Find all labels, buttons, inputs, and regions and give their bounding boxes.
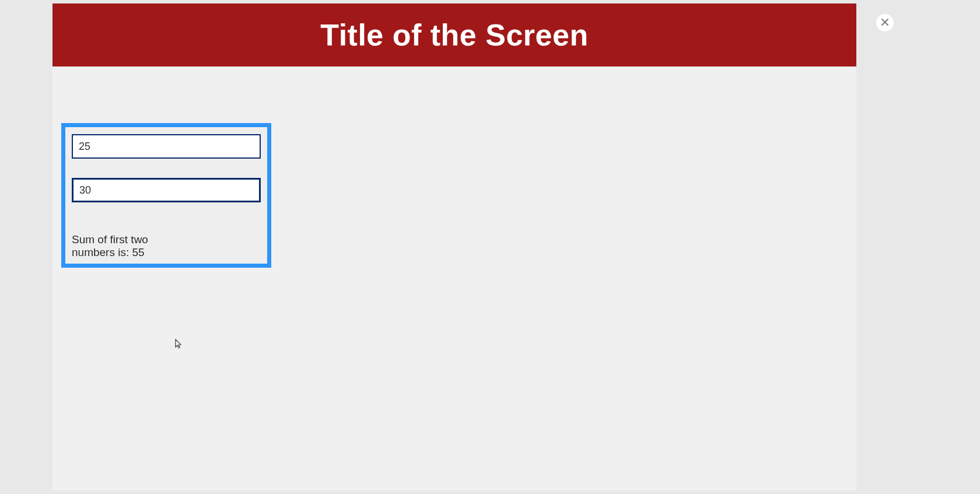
sum-result-text: Sum of first two numbers is: 55 (72, 233, 177, 259)
mouse-cursor-icon (174, 339, 183, 349)
sum-form-card: Sum of first two numbers is: 55 (61, 123, 271, 268)
page-header: Title of the Screen (52, 3, 856, 66)
page-container: Title of the Screen Sum of first two num… (52, 3, 856, 491)
close-icon (881, 18, 889, 28)
close-button[interactable] (876, 14, 894, 31)
content-area: Sum of first two numbers is: 55 (52, 66, 856, 491)
page-title: Title of the Screen (320, 17, 588, 52)
number-input-2[interactable] (72, 178, 261, 202)
number-input-1[interactable] (72, 134, 261, 159)
